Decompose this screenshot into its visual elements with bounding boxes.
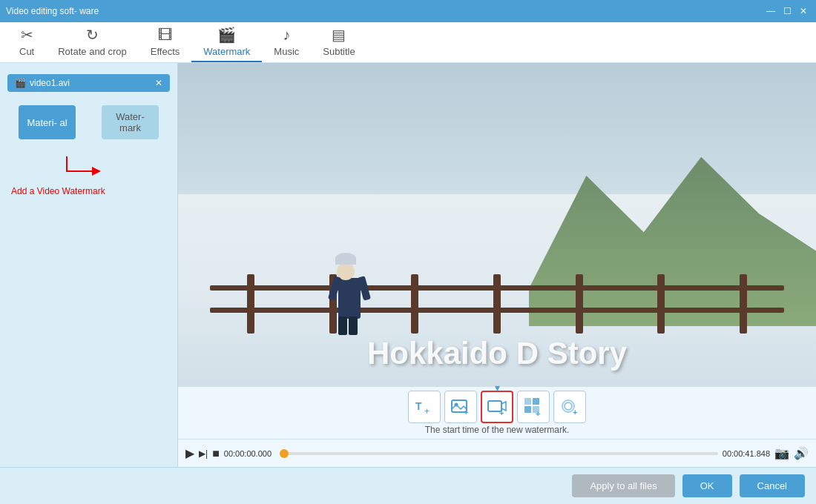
person-leg-left [338,316,347,335]
arrow-graphic [22,149,111,186]
add-blur-button[interactable]: + [553,391,586,423]
video-toolbar: T + + [178,387,816,439]
play-slow-button[interactable]: ▶| [199,448,208,459]
toolbar-buttons: T + + [178,391,816,423]
subtitle-icon: ▤ [332,26,346,44]
text-watermark-icon: T + [414,397,435,417]
fence-post [247,274,254,334]
maximize-button[interactable]: ☐ [780,4,794,18]
progress-thumb[interactable] [280,449,289,458]
video-watermark-icon: + [487,397,507,417]
tab-subtitle[interactable]: ▤ Subtitle [311,22,366,62]
material-button[interactable]: Materi- al [19,105,76,139]
main-container: ✂ Cut ↻ Rotate and crop 🎞 Effects 🎬 Wate… [0,22,816,504]
video-frame: Hokkaido D Story T + [178,63,816,439]
time-total: 00:00:41.848 [723,449,770,458]
person-leg-right [349,316,358,335]
add-watermark-label: Add a Video Watermark [11,186,166,196]
tab-watermark[interactable]: 🎬 Watermark [191,22,262,62]
blur-icon: + [559,397,580,417]
file-close-icon[interactable]: ✕ [155,78,162,88]
playback-bar: ▶ ▶| ■ 00:00:00.000 00:00:41.848 📷 🔊 [178,439,816,467]
add-image-watermark-button[interactable]: + [444,391,477,423]
cut-icon: ✂ [21,26,33,44]
person-body [338,278,361,319]
video-watermark-text: Hokkaido D Story [367,336,627,371]
svg-text:+: + [499,408,504,417]
image-watermark-icon: + [450,397,471,417]
tab-rotate[interactable]: ↻ Rotate and crop [46,22,139,62]
cancel-button[interactable]: Cancel [740,474,805,497]
titlebar: Video editing soft- ware — ☐ ✕ [0,0,816,22]
add-text-watermark-button[interactable]: T + [408,391,441,423]
svg-point-13 [565,402,572,410]
fence-post [411,274,418,334]
svg-rect-8 [533,398,539,405]
stop-button[interactable]: ■ [212,447,220,460]
music-icon: ♪ [283,27,290,44]
fence-post [740,274,747,334]
watermark-icon: 🎬 [217,26,236,44]
snapshot-icon[interactable]: 📷 [774,446,789,460]
tab-effects[interactable]: 🎞 Effects [139,22,192,62]
play-button[interactable]: ▶ [185,446,194,460]
add-mosaic-button[interactable]: + [517,391,550,423]
fence-rail-bottom [210,308,784,313]
fence [210,274,784,334]
tabbar: ✂ Cut ↻ Rotate and crop 🎞 Effects 🎬 Wate… [0,22,816,63]
ok-button[interactable]: OK [682,474,732,497]
minimize-button[interactable]: — [764,4,777,18]
watermark-button[interactable]: Water- mark [102,105,159,139]
svg-text:+: + [464,408,468,417]
svg-rect-7 [524,398,531,405]
svg-rect-9 [524,406,531,413]
effects-icon: 🎞 [158,27,173,44]
window-controls: — ☐ ✕ [764,4,810,18]
person-figure [331,237,368,319]
apply-all-button[interactable]: Apply to all files [572,474,674,497]
progress-bar[interactable] [284,452,718,455]
fence-post [657,274,665,334]
close-button[interactable]: ✕ [797,4,810,18]
chevron-down-icon: ▾ [495,382,500,394]
file-thumbnail-icon: 🎬 [15,78,26,88]
app-title: Video editing soft- ware [6,6,99,16]
content-area: 🎬 video1.avi ✕ Materi- al Water- mark [0,63,816,467]
sidebar-mode-buttons: Materi- al Water- mark [7,102,170,143]
watermark-add-container: Add a Video Watermark [0,171,177,196]
volume-icon[interactable]: 🔊 [794,446,809,460]
svg-text:T: T [415,400,422,412]
tab-cut[interactable]: ✂ Cut [7,22,46,62]
time-current: 00:00:00.000 [224,449,280,458]
video-area: Hokkaido D Story T + [178,63,816,467]
svg-text:+: + [573,408,577,417]
bottom-bar: Apply to all files OK Cancel [0,467,816,504]
mosaic-icon: + [523,397,544,417]
fence-rail-top [210,285,784,291]
tab-music[interactable]: ♪ Music [262,22,311,62]
fence-post [576,274,583,334]
rotate-icon: ↻ [86,26,99,44]
svg-text:+: + [424,406,430,417]
sidebar: 🎬 video1.avi ✕ Materi- al Water- mark [0,63,178,467]
toolbar-status: The start time of the new watermark. [178,423,816,437]
fence-posts [210,274,784,334]
svg-text:+: + [536,409,540,417]
person-hat [335,253,356,265]
add-video-watermark-button[interactable]: ▾ + [481,391,513,423]
fence-post [493,274,501,334]
file-tab[interactable]: 🎬 video1.avi ✕ [7,74,170,92]
